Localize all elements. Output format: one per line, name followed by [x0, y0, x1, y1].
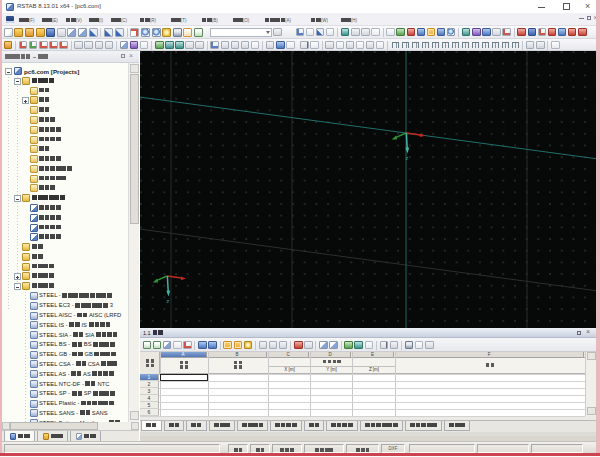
svg-text:z: z: [406, 155, 409, 161]
svg-text:z: z: [167, 298, 170, 304]
